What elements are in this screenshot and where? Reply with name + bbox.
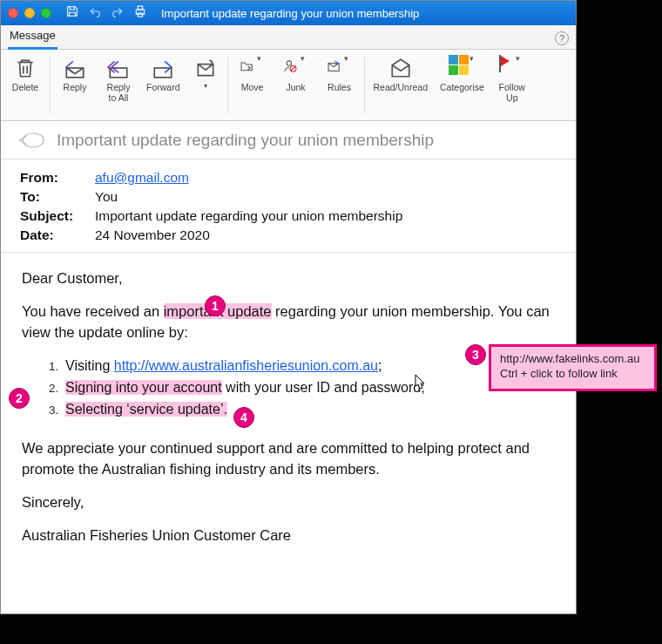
ribbon-label: Reply bbox=[64, 83, 87, 93]
svg-point-10 bbox=[23, 133, 44, 147]
save-icon[interactable] bbox=[65, 4, 79, 22]
chevron-down-icon: ▾ bbox=[341, 55, 353, 64]
reply-all-arrow-icon bbox=[105, 55, 132, 81]
redo-icon[interactable] bbox=[111, 4, 125, 22]
flag-icon: ▾ bbox=[499, 55, 525, 81]
folder-move-icon: ▾ bbox=[240, 55, 266, 81]
ribbon-label: Junk bbox=[286, 83, 305, 93]
header-label-to: To: bbox=[20, 189, 95, 205]
outlook-message-window: Important update regarding your union me… bbox=[0, 0, 577, 614]
delete-button[interactable]: Delete bbox=[10, 55, 41, 93]
window-controls bbox=[8, 8, 51, 18]
ribbon-label: Reply to All bbox=[107, 83, 131, 103]
junk-icon: ▾ bbox=[283, 55, 309, 81]
window-title: Important update regarding your union me… bbox=[161, 7, 419, 20]
ribbon-label: Read/Unread bbox=[374, 83, 428, 93]
tooltip-url: http://www.fakelinks.com.au bbox=[500, 352, 645, 367]
message-body: Dear Customer, You have received an impo… bbox=[1, 253, 576, 574]
follow-up-button[interactable]: ▾ Follow Up bbox=[496, 55, 528, 103]
minimize-button[interactable] bbox=[24, 8, 35, 18]
from-address-link[interactable]: afu@gmail.com bbox=[95, 170, 189, 185]
signature: Australian Fisheries Union Customer Care bbox=[22, 525, 555, 546]
callout-badge-4: 4 bbox=[233, 407, 254, 428]
ribbon-label: Categorise bbox=[440, 83, 484, 93]
chevron-down-icon: ▾ bbox=[204, 83, 207, 91]
ribbon-label: Follow Up bbox=[499, 83, 525, 103]
ribbon: Delete Reply Reply to All Forward bbox=[1, 50, 576, 121]
titlebar: Important update regarding your union me… bbox=[1, 1, 576, 25]
chevron-down-icon: ▾ bbox=[297, 55, 309, 64]
ribbon-tabbar: Message ? bbox=[1, 25, 576, 50]
link-hover-tooltip: http://www.fakelinks.com.au Ctrl + click… bbox=[489, 344, 657, 391]
reply-bubble-icon bbox=[17, 131, 44, 150]
reply-all-button[interactable]: Reply to All bbox=[103, 55, 134, 103]
subject-value: Important update regarding your union me… bbox=[95, 208, 557, 224]
attachment-icon bbox=[193, 55, 219, 81]
highlight-signin: Signing into your account bbox=[65, 380, 222, 395]
chevron-down-icon: ▾ bbox=[253, 55, 266, 64]
intro-paragraph: You have received an important update re… bbox=[22, 302, 555, 343]
closing-paragraph: We appreciate your continued support and… bbox=[22, 438, 555, 480]
attachment-button[interactable]: ▾ bbox=[193, 55, 219, 91]
svg-point-7 bbox=[287, 61, 291, 65]
date-value: 24 November 2020 bbox=[95, 227, 557, 243]
message-subject-title: Important update regarding your union me… bbox=[57, 131, 434, 150]
trash-icon bbox=[12, 55, 38, 81]
close-button[interactable] bbox=[8, 8, 18, 18]
phishing-link[interactable]: http://www.australianfisheriesunion.com.… bbox=[114, 358, 378, 373]
envelope-open-icon bbox=[388, 55, 414, 81]
callout-badge-2: 2 bbox=[9, 388, 30, 409]
callout-badge-3: 3 bbox=[465, 344, 486, 365]
read-unread-button[interactable]: Read/Unread bbox=[374, 55, 428, 93]
categorise-button[interactable]: ▾ Categorise bbox=[440, 55, 484, 93]
pointer-cursor-icon bbox=[410, 373, 428, 394]
header-label-from: From: bbox=[20, 170, 95, 186]
to-value: You bbox=[95, 189, 557, 205]
reply-arrow-icon bbox=[62, 55, 88, 81]
svg-rect-4 bbox=[110, 68, 127, 78]
chevron-down-icon: ▾ bbox=[510, 55, 524, 64]
chevron-down-icon: ▾ bbox=[469, 55, 475, 64]
greeting: Dear Customer, bbox=[22, 268, 555, 289]
reply-button[interactable]: Reply bbox=[59, 55, 91, 93]
ribbon-label: Forward bbox=[146, 83, 180, 93]
svg-rect-2 bbox=[138, 13, 142, 17]
maximize-button[interactable] bbox=[41, 8, 51, 18]
help-icon[interactable]: ? bbox=[555, 31, 569, 45]
rules-button[interactable]: ▾ Rules bbox=[324, 55, 355, 93]
undo-icon[interactable] bbox=[88, 4, 102, 22]
categorise-icon: ▾ bbox=[449, 55, 475, 81]
callout-badge-1: 1 bbox=[205, 295, 226, 316]
message-subject-bar: Important update regarding your union me… bbox=[1, 121, 576, 159]
highlight-service-update: Selecting ‘service update’. bbox=[65, 402, 227, 417]
ribbon-label: Rules bbox=[328, 83, 351, 93]
move-button[interactable]: ▾ Move bbox=[237, 55, 268, 93]
svg-rect-1 bbox=[138, 6, 142, 10]
header-label-subject: Subject: bbox=[20, 208, 95, 224]
sign-off: Sincerely, bbox=[22, 492, 555, 513]
ribbon-label: Delete bbox=[12, 83, 38, 93]
rules-icon: ▾ bbox=[327, 55, 353, 81]
tooltip-hint: Ctrl + click to follow link bbox=[500, 367, 645, 382]
instruction-2: Signing into your account with your user… bbox=[62, 377, 555, 397]
forward-button[interactable]: Forward bbox=[146, 55, 180, 93]
header-label-date: Date: bbox=[20, 227, 95, 243]
tab-message[interactable]: Message bbox=[8, 25, 57, 50]
message-headers: From: afu@gmail.com To: You Subject: Imp… bbox=[1, 159, 576, 253]
print-icon[interactable] bbox=[133, 4, 147, 22]
instruction-3: Selecting ‘service update’. bbox=[62, 399, 555, 419]
ribbon-label: Move bbox=[241, 83, 264, 93]
forward-arrow-icon bbox=[150, 55, 176, 81]
junk-button[interactable]: ▾ Junk bbox=[280, 55, 312, 93]
